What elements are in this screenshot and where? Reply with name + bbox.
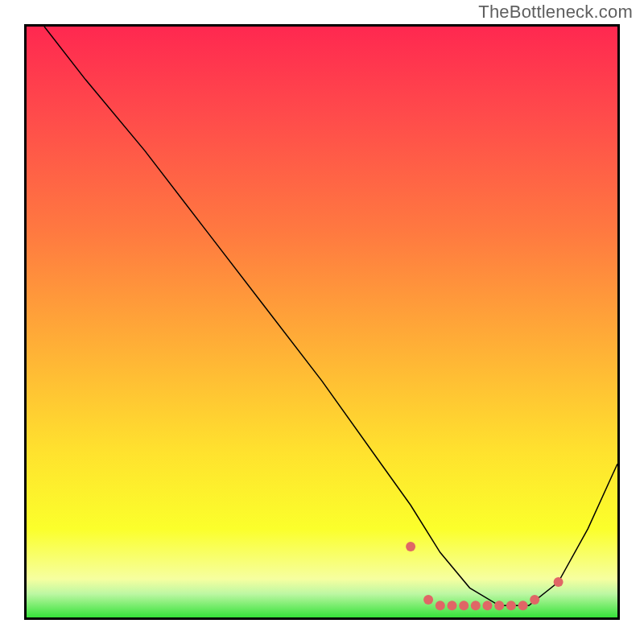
optimal-marker [406,542,415,551]
optimal-marker [494,601,504,610]
optimal-marker [483,601,493,610]
plot-frame [24,24,620,620]
optimal-marker [518,601,528,610]
optimal-marker [436,601,445,610]
chart-stage: TheBottleneck.com [0,0,644,644]
optimal-marker [423,595,433,605]
optimal-marker [459,601,469,610]
plot-svg [27,27,617,617]
optimal-marker [530,595,539,605]
optimal-marker [506,601,516,610]
optimal-marker [448,601,457,610]
optimal-marker [554,577,564,587]
optimal-marker [471,601,481,610]
watermark-text: TheBottleneck.com [478,2,633,23]
